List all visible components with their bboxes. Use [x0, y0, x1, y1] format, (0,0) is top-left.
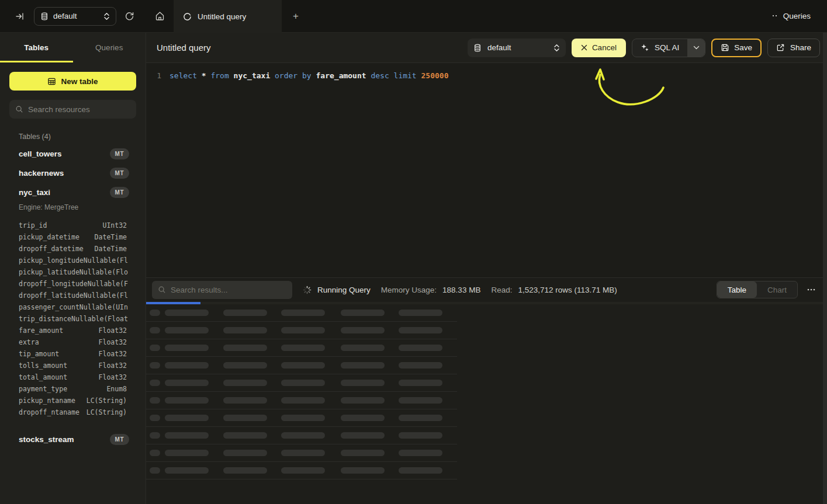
column-type: Float32 — [99, 326, 127, 335]
skeleton-cell — [341, 467, 385, 474]
results-more-button[interactable] — [804, 286, 819, 293]
skeleton-cell — [165, 345, 209, 351]
sidebar-body: New table Tables (4) cell_towersMThacker… — [0, 62, 146, 504]
resource-search-input[interactable] — [28, 105, 130, 114]
column-name: dropoff_ntaname — [19, 408, 79, 416]
column-row-total_amount[interactable]: total_amountFloat32 — [9, 371, 136, 383]
column-type: LC(String) — [86, 397, 127, 405]
column-row-pickup_datetime[interactable]: pickup_datetimeDateTime — [9, 231, 136, 243]
column-row-passenger_count[interactable]: passenger_countNullable(UIn — [9, 301, 136, 313]
skeleton-cell — [165, 362, 209, 369]
skeleton-cell — [165, 415, 209, 421]
view-toggle-chart[interactable]: Chart — [757, 281, 797, 298]
query-database-selector[interactable]: default — [468, 39, 566, 57]
save-button[interactable]: Save — [711, 39, 762, 57]
column-row-fare_amount[interactable]: fare_amountFloat32 — [9, 325, 136, 336]
skeleton-cell — [150, 362, 160, 369]
new-table-button[interactable]: New table — [9, 72, 136, 91]
share-button[interactable]: Share — [767, 39, 820, 57]
collapse-sidebar-button[interactable] — [12, 8, 28, 25]
column-row-tolls_amount[interactable]: tolls_amountFloat32 — [9, 360, 136, 371]
new-tab-button[interactable]: + — [282, 0, 310, 32]
table-name: hackernews — [19, 169, 64, 178]
column-row-dropoff_longitude[interactable]: dropoff_longitudeNullable(F — [9, 278, 136, 290]
sidebar-tab-tables[interactable]: Tables — [0, 33, 73, 62]
column-row-pickup_latitude[interactable]: pickup_latitudeNullable(Flo — [9, 266, 136, 278]
skeleton-cell — [341, 380, 385, 386]
chevron-down-icon — [693, 46, 700, 50]
column-row-dropoff_latitude[interactable]: dropoff_latitudeNullable(Fl — [9, 290, 136, 301]
column-row-pickup_longitude[interactable]: pickup_longitudeNullable(Fl — [9, 255, 136, 266]
column-type: Enum8 — [106, 385, 127, 393]
topbar-right-cluster: Queries — [772, 0, 827, 33]
table-item-cell_towers[interactable]: cell_towersMT — [9, 144, 136, 164]
sql-token: nyc_taxi — [234, 71, 271, 80]
column-name: dropoff_longitude — [19, 280, 88, 288]
column-row-trip_distance[interactable]: trip_distanceNullable(Float — [9, 313, 136, 325]
query-progress-fill — [146, 302, 200, 304]
column-row-tip_amount[interactable]: tip_amountFloat32 — [9, 348, 136, 360]
column-name: payment_type — [19, 385, 67, 393]
table-grid-icon — [47, 77, 56, 86]
skeleton-cell — [399, 397, 442, 404]
column-row-trip_id[interactable]: trip_idUInt32 — [9, 220, 136, 231]
sql-ai-button[interactable]: SQL AI — [632, 39, 705, 57]
home-tab-button[interactable] — [146, 0, 174, 32]
sql-ai-dropdown[interactable] — [687, 39, 705, 57]
view-toggle-table[interactable]: Table — [717, 281, 757, 298]
table-item-stocks_stream[interactable]: stocks_streamMT — [9, 430, 136, 449]
sql-token: * — [202, 71, 206, 80]
database-icon — [473, 44, 482, 52]
column-row-dropoff_datetime[interactable]: dropoff_datetimeDateTime — [9, 243, 136, 255]
tab-loading-icon — [183, 12, 192, 21]
skeleton-cell — [399, 345, 442, 351]
column-type: Float32 — [99, 350, 127, 358]
table-item-nyc_taxi[interactable]: nyc_taxiMT — [9, 183, 136, 202]
column-row-dropoff_ntaname[interactable]: dropoff_ntanameLC(String) — [9, 406, 136, 418]
table-name: nyc_taxi — [19, 188, 50, 197]
skeleton-cell — [399, 380, 442, 386]
refresh-button[interactable] — [121, 8, 138, 25]
tab-untitled-query[interactable]: Untitled query — [174, 0, 282, 33]
skeleton-cell — [399, 362, 442, 369]
column-name: trip_id — [19, 221, 47, 230]
sidebar-tab-queries[interactable]: Queries — [73, 33, 146, 62]
skeleton-cell — [223, 432, 267, 439]
view-toggle: Table Chart — [717, 281, 798, 298]
memory-usage-value: 188.33 MB — [442, 286, 480, 294]
skeleton-cell — [165, 327, 209, 333]
skeleton-row — [146, 427, 457, 444]
skeleton-cell — [341, 415, 385, 421]
loading-spinner-icon — [303, 286, 312, 294]
skeleton-cell — [281, 432, 325, 439]
column-type: LC(String) — [86, 408, 127, 416]
engine-badge: MT — [110, 187, 129, 198]
skeleton-cell — [223, 345, 267, 351]
column-name: fare_amount — [19, 326, 63, 335]
skeleton-cell — [165, 380, 209, 386]
column-row-extra[interactable]: extraFloat32 — [9, 336, 136, 348]
column-type: DateTime — [95, 233, 127, 241]
query-header: Untitled query default — [146, 33, 827, 63]
query-progress-bar — [146, 302, 827, 304]
cancel-button[interactable]: Cancel — [572, 39, 626, 57]
results-search-input[interactable] — [171, 286, 286, 294]
skeleton-cell — [150, 310, 160, 316]
sql-editor[interactable]: 1 select * from nyc_taxi order by fare_a… — [146, 63, 827, 277]
scrollbar[interactable] — [823, 33, 827, 504]
column-row-pickup_ntaname[interactable]: pickup_ntanameLC(String) — [9, 395, 136, 406]
skeleton-cell — [165, 397, 209, 404]
database-selector[interactable]: default — [34, 7, 116, 26]
skeleton-cell — [281, 397, 325, 404]
skeleton-cell — [399, 310, 442, 316]
queries-link-button[interactable]: Queries — [772, 12, 811, 20]
skeleton-cell — [150, 450, 160, 456]
skeleton-cell — [399, 450, 442, 456]
table-item-hackernews[interactable]: hackernewsMT — [9, 164, 136, 183]
top-bar: default — [0, 0, 827, 33]
skeleton-cell — [165, 432, 209, 439]
topbar-left-cluster: default — [0, 0, 146, 33]
engine-badge: MT — [110, 148, 129, 159]
sql-ai-main[interactable]: SQL AI — [632, 39, 687, 57]
column-row-payment_type[interactable]: payment_typeEnum8 — [9, 383, 136, 395]
